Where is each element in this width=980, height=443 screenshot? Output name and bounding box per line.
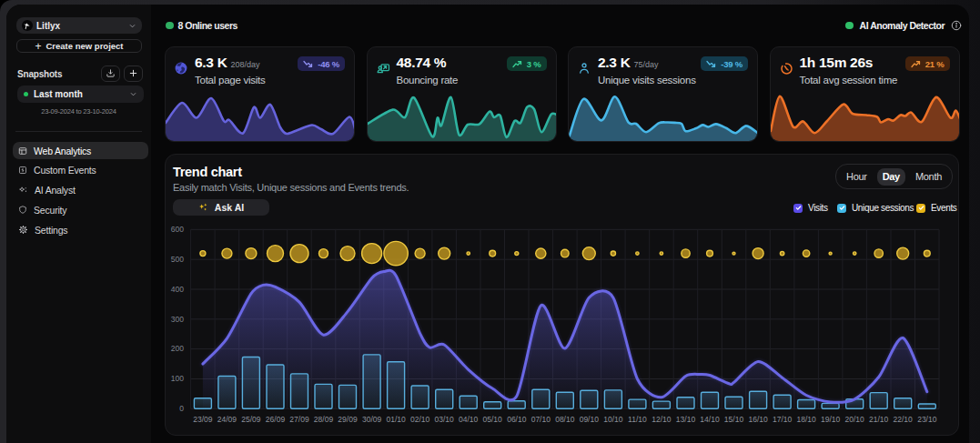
svg-text:24/09: 24/09	[217, 415, 237, 424]
svg-text:13/10: 13/10	[676, 415, 696, 424]
svg-text:300: 300	[171, 315, 184, 324]
svg-text:03/10: 03/10	[435, 415, 455, 424]
svg-text:500: 500	[171, 255, 184, 264]
svg-text:08/10: 08/10	[555, 415, 575, 424]
svg-text:04/10: 04/10	[459, 415, 479, 424]
svg-text:07/10: 07/10	[531, 415, 551, 424]
svg-text:19/10: 19/10	[821, 415, 841, 424]
svg-text:15/10: 15/10	[724, 415, 744, 424]
svg-text:01/10: 01/10	[386, 415, 406, 424]
svg-text:600: 600	[171, 225, 184, 234]
svg-text:28/09: 28/09	[314, 415, 334, 424]
svg-text:11/10: 11/10	[628, 415, 647, 424]
svg-text:05/10: 05/10	[483, 415, 503, 424]
svg-text:29/09: 29/09	[338, 415, 358, 424]
svg-text:10/10: 10/10	[603, 415, 623, 424]
svg-text:27/09: 27/09	[289, 415, 309, 424]
svg-text:100: 100	[171, 374, 184, 383]
svg-text:26/09: 26/09	[266, 415, 286, 424]
svg-text:23/09: 23/09	[193, 415, 213, 424]
svg-text:25/09: 25/09	[241, 415, 261, 424]
svg-text:17/10: 17/10	[773, 415, 793, 424]
svg-text:02/10: 02/10	[410, 415, 430, 424]
svg-text:20/10: 20/10	[845, 415, 865, 424]
svg-text:0: 0	[179, 404, 184, 413]
svg-text:12/10: 12/10	[652, 415, 672, 424]
svg-text:200: 200	[171, 344, 184, 353]
svg-text:14/10: 14/10	[700, 415, 720, 424]
svg-text:18/10: 18/10	[796, 415, 816, 424]
svg-text:22/10: 22/10	[894, 415, 914, 424]
svg-text:06/10: 06/10	[507, 415, 527, 424]
svg-text:23/10: 23/10	[917, 415, 937, 424]
svg-text:09/10: 09/10	[580, 415, 600, 424]
svg-text:400: 400	[171, 285, 184, 294]
svg-text:30/09: 30/09	[362, 415, 382, 424]
svg-text:16/10: 16/10	[748, 415, 768, 424]
svg-text:21/10: 21/10	[869, 415, 889, 424]
